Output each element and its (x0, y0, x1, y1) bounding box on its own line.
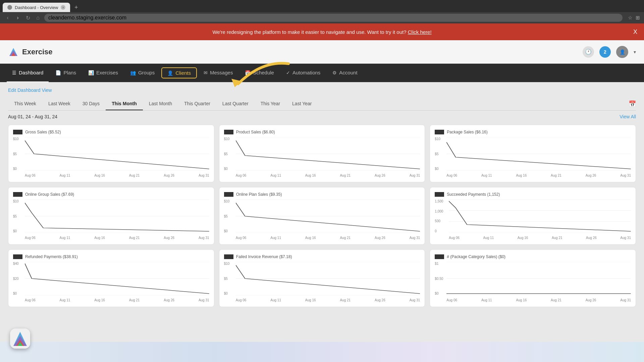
chart-svg-succeeded-payments (449, 199, 631, 233)
schedule-icon: 📅 (245, 70, 251, 75)
chart-svg-refunded-payments (25, 262, 209, 295)
avatar[interactable]: 👤 (616, 46, 628, 58)
dashboard-icon: ☰ (12, 70, 16, 75)
floating-app-icon[interactable] (10, 328, 30, 349)
chart-title-online-plan-sales: Online Plan Sales ($9.35) (236, 192, 282, 197)
nav-item-schedule-label: Schedule (253, 70, 274, 75)
tab-title: Dashboard - Overview (15, 5, 58, 10)
chart-svg-online-group-sales (25, 199, 209, 233)
chart-title-package-category-sales: # (Package Category Sales) ($0) (447, 254, 505, 259)
nav-item-groups-label: Groups (138, 70, 155, 75)
chart-legend-failed-invoice (224, 254, 233, 259)
chart-title-row-gross-sales: Gross Sales ($5.52) (13, 130, 209, 134)
chart-title-row-failed-invoice: Failed Invoice Revenue ($7.18) (224, 254, 420, 259)
chart-title-refunded-payments: Refunded Payments ($38.91) (25, 254, 78, 259)
chart-card-succeeded-payments: Succeeded Payments (1,152) 1,500 1,000 5… (430, 187, 636, 245)
new-tab-button[interactable]: + (71, 3, 81, 12)
chart-title-product-sales: Product Sales ($6.80) (236, 130, 275, 134)
tab-last-year[interactable]: Last Year (286, 98, 318, 110)
tab-30-days[interactable]: 30 Days (76, 98, 106, 110)
header-right: 🕐 2 👤 ▾ (583, 46, 636, 58)
chart-legend-package-sales (435, 130, 444, 134)
forward-button[interactable]: › (14, 14, 21, 21)
chart-title-row-package-category-sales: # (Package Category Sales) ($0) (435, 254, 631, 259)
notification-count: 2 (604, 49, 606, 55)
nav-item-clients-label: Clients (175, 70, 191, 76)
tab-close-button[interactable]: × (61, 5, 65, 10)
home-button[interactable]: ⌂ (34, 14, 42, 21)
tab-this-quarter[interactable]: This Quarter (178, 98, 216, 110)
chart-title-failed-invoice: Failed Invoice Revenue ($7.18) (236, 254, 292, 259)
nav-item-exercises[interactable]: 📊 Exercises (83, 64, 123, 82)
chart-area-package-sales: $10 $5 $0 Aug 06 Aug 11 Aug 16 Aug 21 Au… (435, 137, 631, 177)
app-logo[interactable]: Exercise (8, 47, 53, 57)
browser-toolbar: ‹ › ↻ ⌂ cleandemo.staging.exercise.com ☆… (0, 12, 644, 23)
charts-grid: Gross Sales ($5.52) $10 $5 $0 Aug 06 Aug… (8, 125, 636, 307)
chart-legend-refunded-payments (13, 254, 22, 259)
chart-title-online-group-sales: Online Group Sales ($7.69) (25, 192, 74, 197)
chart-card-package-category-sales: # (Package Category Sales) ($0) $1 $0.50… (430, 249, 636, 307)
nav-item-account[interactable]: ⚙ Account (327, 64, 363, 82)
browser-toolbar-icons: ☆ ⊞ (628, 15, 640, 21)
chart-area-gross-sales: $10 $5 $0 Aug 06 Aug 11 Aug 16 Aug 21 Au… (13, 137, 209, 177)
chart-svg-failed-invoice (236, 262, 420, 295)
clock-icon-button[interactable]: 🕐 (583, 46, 594, 58)
logo-icon (8, 47, 19, 57)
chart-card-gross-sales: Gross Sales ($5.52) $10 $5 $0 Aug 06 Aug… (8, 125, 214, 182)
tab-last-month[interactable]: Last Month (143, 98, 178, 110)
chart-title-succeeded-payments: Succeeded Payments (1,152) (447, 192, 500, 197)
chart-svg-online-plan-sales (236, 199, 420, 233)
nav-item-messages[interactable]: ✉ Messages (198, 64, 238, 82)
nav-item-schedule[interactable]: 📅 Schedule (239, 64, 279, 82)
chart-svg-product-sales (236, 137, 420, 171)
chart-area-succeeded-payments: 1,500 1,000 500 0 Aug 06 Aug 11 Aug 16 (435, 199, 631, 240)
chart-title-row-succeeded-payments: Succeeded Payments (1,152) (435, 192, 631, 197)
extensions-icon[interactable]: ⊞ (636, 15, 640, 21)
nav-item-account-label: Account (339, 70, 357, 75)
chart-area-failed-invoice: $10 $5 $0 Aug 06 Aug 11 Aug 16 Aug 21 Au… (224, 262, 420, 302)
nav-item-dashboard-label: Dashboard (19, 70, 43, 75)
chart-legend-online-group-sales (13, 192, 22, 197)
tab-this-week[interactable]: This Week (8, 98, 42, 110)
back-button[interactable]: ‹ (4, 14, 11, 21)
nav-item-groups[interactable]: 👥 Groups (125, 64, 160, 82)
browser-tab-bar: Dashboard - Overview × + (0, 0, 644, 12)
refresh-button[interactable]: ↻ (24, 14, 32, 21)
bookmark-icon[interactable]: ☆ (628, 15, 632, 21)
calendar-icon-button[interactable]: 📅 (629, 100, 636, 108)
nav-item-clients[interactable]: 👤 Clients (161, 67, 197, 78)
account-dropdown-arrow[interactable]: ▾ (634, 49, 636, 55)
messages-icon: ✉ (204, 70, 208, 75)
chart-card-package-sales: Package Sales ($6.16) $10 $5 $0 Aug 06 A… (430, 125, 636, 182)
address-bar[interactable]: cleandemo.staging.exercise.com (44, 14, 623, 22)
tab-this-month[interactable]: This Month (106, 98, 143, 110)
main-nav: ☰ Dashboard 📄 Plans 📊 Exercises 👥 Groups… (0, 64, 644, 82)
banner-link[interactable]: Click here! (408, 29, 432, 35)
active-tab[interactable]: Dashboard - Overview × (3, 3, 70, 12)
nav-item-automations[interactable]: ✓ Automations (281, 64, 326, 82)
chart-card-online-group-sales: Online Group Sales ($7.69) $10 $5 $0 Aug… (8, 187, 214, 245)
tab-this-year[interactable]: This Year (255, 98, 286, 110)
address-bar-url: cleandemo.staging.exercise.com (48, 15, 126, 21)
tab-last-quarter[interactable]: Last Quarter (216, 98, 255, 110)
chart-legend-package-category-sales (435, 254, 444, 259)
chart-title-row-online-plan-sales: Online Plan Sales ($9.35) (224, 192, 420, 197)
chart-legend-product-sales (224, 130, 233, 134)
nav-item-plans[interactable]: 📄 Plans (50, 64, 82, 82)
edit-dashboard-link[interactable]: Edit Dashboard View (8, 87, 636, 93)
chart-card-product-sales: Product Sales ($6.80) $10 $5 $0 Aug 06 A… (219, 125, 425, 182)
nav-item-dashboard[interactable]: ☰ Dashboard (7, 64, 49, 82)
account-icon: ⚙ (332, 70, 337, 75)
tab-last-week[interactable]: Last Week (42, 98, 76, 110)
chart-title-gross-sales: Gross Sales ($5.52) (25, 130, 61, 134)
banner-close-button[interactable]: X (633, 28, 637, 36)
app-name: Exercise (22, 48, 53, 56)
view-all-link[interactable]: View All (620, 114, 636, 119)
chart-area-package-category-sales: $1 $0.50 $0 Aug 06 Aug 11 Aug 16 Aug 21 … (435, 262, 631, 302)
chart-area-refunded-payments: $40 $20 $0 Aug 06 Aug 11 Aug 16 Aug 21 A… (13, 262, 209, 302)
notifications-button[interactable]: 2 (599, 46, 611, 58)
date-range-text: Aug 01, 24 - Aug 31, 24 (8, 114, 57, 119)
period-tabs: This Week Last Week 30 Days This Month L… (8, 98, 636, 111)
clients-icon: 👤 (167, 70, 173, 76)
chart-legend-gross-sales (13, 130, 22, 134)
